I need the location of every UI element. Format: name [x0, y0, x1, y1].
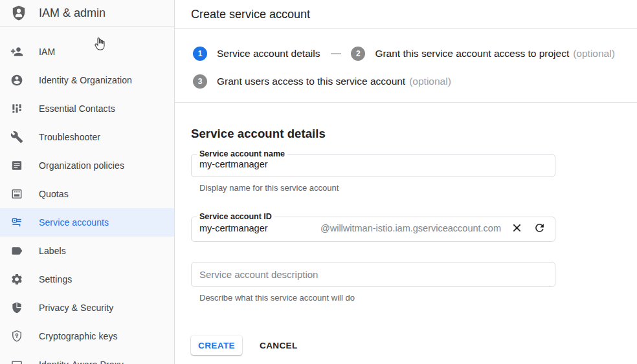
service-account-name-label: Service account name	[197, 149, 287, 158]
service-account-name-value[interactable]: my-certmanager	[199, 159, 547, 169]
sidebar-item-labels[interactable]: Labels	[0, 237, 174, 265]
quotas-icon	[10, 187, 23, 200]
stepper-row-2: 3 Grant users access to this service acc…	[193, 74, 624, 89]
sidebar-item-settings[interactable]: Settings	[0, 265, 174, 294]
step-1-label: Service account details	[217, 48, 320, 59]
service-account-id-field[interactable]: Service account ID my-certmanager @willw…	[191, 212, 555, 242]
sidebar-item-quotas[interactable]: Quotas	[0, 180, 174, 208]
sidebar-item-identity-aware-proxy[interactable]: Identity-Aware Proxy	[0, 350, 174, 364]
step-2-label: Grant this service account access to pro…	[375, 48, 569, 59]
step-3-optional: (optional)	[409, 76, 451, 87]
form-actions: CREATE CANCEL	[191, 336, 555, 355]
sidebar-item-label: Organization policies	[39, 160, 124, 171]
sidebar-item-label: Cryptographic keys	[39, 331, 118, 341]
wrench-icon	[10, 131, 23, 144]
policy-document-icon	[10, 159, 23, 172]
sidebar-item-essential-contacts[interactable]: Essential Contacts	[0, 94, 174, 123]
proxy-icon	[10, 358, 23, 364]
app-window: IAM & admin IAM Identity & Organization	[0, 0, 637, 364]
service-account-id-suffix: @willwitman-istio.iam.gserviceaccount.co…	[320, 223, 501, 233]
stepper: 1 Service account details 2 Grant this s…	[175, 29, 637, 89]
step-2-circle: 2	[351, 47, 365, 61]
sidebar-item-privacy-security[interactable]: Privacy & Security	[0, 294, 174, 322]
sidebar-item-troubleshooter[interactable]: Troubleshooter	[0, 123, 174, 151]
identity-person-icon	[10, 74, 23, 87]
description-field-wrap	[191, 262, 555, 287]
sidebar-item-label: Essential Contacts	[39, 103, 115, 114]
service-account-id-label: Service account ID	[197, 212, 274, 221]
name-helper-text: Display name for this service account	[199, 183, 555, 193]
shield-icon	[10, 301, 23, 314]
contacts-bars-icon	[10, 102, 23, 115]
step-3-circle: 3	[193, 74, 207, 89]
step-connector	[331, 53, 341, 54]
sidebar-item-iam[interactable]: IAM	[0, 37, 174, 66]
sidebar-nav: IAM Identity & Organization Essential Co…	[0, 27, 174, 364]
clear-icon[interactable]	[511, 222, 523, 234]
sidebar-item-service-accounts[interactable]: Service accounts	[0, 208, 174, 237]
sidebar-item-organization-policies[interactable]: Organization policies	[0, 151, 174, 180]
sidebar-item-identity-organization[interactable]: Identity & Organization	[0, 66, 174, 94]
description-helper-text: Describe what this service account will …	[199, 293, 555, 303]
section-title: Service account details	[191, 127, 637, 141]
step-2-optional: (optional)	[573, 48, 615, 59]
refresh-icon[interactable]	[533, 222, 546, 234]
service-account-form: Service account name my-certmanager Disp…	[191, 149, 555, 355]
sidebar-item-label: Identity-Aware Proxy	[39, 359, 124, 364]
step-3-label: Grant users access to this service accou…	[217, 76, 405, 87]
sidebar-item-cryptographic-keys[interactable]: Cryptographic keys	[0, 322, 174, 350]
sidebar-title: IAM & admin	[39, 6, 106, 20]
sidebar-item-label: Troubleshooter	[39, 132, 100, 142]
sidebar-item-label: Labels	[39, 246, 66, 256]
iam-admin-shield-icon	[10, 5, 27, 21]
label-tag-icon	[10, 244, 23, 257]
sidebar: IAM & admin IAM Identity & Organization	[0, 0, 175, 364]
service-account-id-row: my-certmanager @willwitman-istio.iam.gse…	[199, 222, 547, 234]
sidebar-item-label: Quotas	[39, 189, 69, 199]
gear-icon	[10, 273, 23, 286]
page-title: Create service account	[175, 8, 310, 21]
service-account-name-field[interactable]: Service account name my-certmanager	[191, 149, 555, 177]
robot-icon	[10, 216, 23, 229]
sidebar-item-label: Privacy & Security	[39, 303, 113, 313]
sidebar-item-label: Service accounts	[39, 217, 109, 228]
create-button[interactable]: CREATE	[191, 336, 242, 355]
service-account-description-input[interactable]	[191, 262, 555, 287]
sidebar-item-label: Settings	[39, 274, 72, 284]
step-1-circle: 1	[193, 47, 207, 61]
service-account-id-value[interactable]: my-certmanager	[199, 223, 268, 233]
person-add-icon	[10, 45, 23, 58]
key-shield-icon	[10, 330, 23, 343]
stepper-row-1: 1 Service account details 2 Grant this s…	[193, 47, 624, 61]
main-panel: Create service account 1 Service account…	[175, 0, 637, 364]
sidebar-header: IAM & admin	[0, 0, 174, 27]
sidebar-item-label: IAM	[39, 47, 55, 57]
form-content: Service account details Service account …	[175, 103, 637, 355]
main-header: Create service account	[175, 0, 637, 29]
cancel-button[interactable]: CANCEL	[260, 341, 298, 350]
sidebar-item-label: Identity & Organization	[39, 75, 132, 85]
